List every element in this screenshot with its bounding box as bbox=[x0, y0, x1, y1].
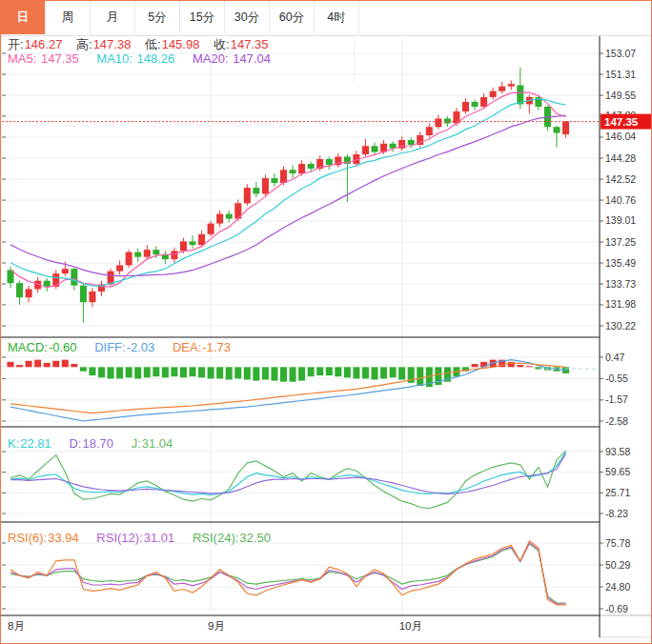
j-readout: J:31.04 bbox=[132, 436, 173, 451]
tab-month[interactable]: 月 bbox=[91, 1, 135, 34]
svg-text:146.04: 146.04 bbox=[605, 131, 636, 142]
svg-text:9月: 9月 bbox=[208, 620, 225, 632]
svg-text:-8.23: -8.23 bbox=[605, 508, 628, 519]
svg-text:135.49: 135.49 bbox=[605, 257, 636, 269]
svg-text:8月: 8月 bbox=[8, 620, 25, 632]
svg-text:-0.55: -0.55 bbox=[605, 372, 628, 384]
ohlc-open: 开:146.27 bbox=[8, 37, 62, 51]
timeframe-tabbar: 日 周 月 5分 15分 30分 60分 4时 bbox=[1, 1, 651, 36]
svg-text:130.22: 130.22 bbox=[605, 320, 636, 332]
d-readout: D:18.70 bbox=[69, 436, 113, 451]
ohlc-high: 高:147.38 bbox=[76, 37, 131, 51]
svg-text:50.29: 50.29 bbox=[605, 559, 630, 571]
svg-text:75.78: 75.78 bbox=[605, 537, 630, 549]
diff-readout: DIFF:-2.03 bbox=[94, 340, 154, 354]
kdj-header: K:22.81 D:18.70 J:31.04 bbox=[8, 436, 187, 451]
ma5-readout: MA5: 147.35 bbox=[8, 51, 79, 66]
svg-text:25.71: 25.71 bbox=[605, 487, 630, 498]
ma-line: MA5: 147.35 MA10: 148.26 MA20: 147.04 bbox=[8, 51, 285, 66]
tab-4hour[interactable]: 4时 bbox=[315, 1, 359, 34]
dea-readout: DEA:-1.73 bbox=[173, 340, 231, 354]
chart-canvas[interactable]: 153.07151.31149.55147.80146.04144.28142.… bbox=[1, 1, 652, 644]
ohlc-close: 收:147.35 bbox=[214, 37, 268, 51]
svg-text:137.25: 137.25 bbox=[605, 236, 636, 248]
svg-text:93.58: 93.58 bbox=[605, 446, 630, 457]
macd-readout: MACD:-0.60 bbox=[8, 340, 77, 354]
tab-day[interactable]: 日 bbox=[1, 1, 46, 34]
svg-text:24.80: 24.80 bbox=[605, 581, 630, 593]
kline-chart-widget: 日 周 月 5分 15分 30分 60分 4时 153.07151.31149.… bbox=[0, 0, 652, 644]
svg-text:140.76: 140.76 bbox=[605, 194, 636, 206]
tab-15min[interactable]: 15分 bbox=[180, 1, 225, 34]
svg-text:-1.57: -1.57 bbox=[605, 393, 628, 405]
svg-text:142.52: 142.52 bbox=[605, 173, 636, 185]
svg-text:147.35: 147.35 bbox=[604, 116, 639, 128]
svg-text:10月: 10月 bbox=[399, 620, 422, 632]
ma10-readout: MA10: 148.26 bbox=[96, 51, 174, 66]
tab-week[interactable]: 周 bbox=[46, 1, 91, 34]
svg-text:-0.69: -0.69 bbox=[605, 603, 628, 614]
ohlc-low: 低:145.98 bbox=[145, 37, 199, 51]
tab-60min[interactable]: 60分 bbox=[270, 1, 315, 34]
k-readout: K:22.81 bbox=[8, 436, 51, 451]
tab-30min[interactable]: 30分 bbox=[225, 1, 270, 34]
svg-text:144.28: 144.28 bbox=[605, 152, 636, 164]
rsi-header: RSI(6):33.94 RSI(12):31.01 RSI(24):32.50 bbox=[8, 531, 285, 545]
svg-text:151.31: 151.31 bbox=[605, 69, 636, 80]
macd-header: MACD:-0.60 DIFF:-2.03 DEA:-1.73 bbox=[8, 340, 245, 354]
rsi24-readout: RSI(24):32.50 bbox=[193, 531, 271, 545]
svg-text:0.47: 0.47 bbox=[605, 352, 625, 363]
svg-text:133.73: 133.73 bbox=[605, 278, 636, 290]
svg-text:149.55: 149.55 bbox=[605, 90, 636, 101]
svg-text:139.01: 139.01 bbox=[605, 214, 636, 226]
svg-text:-2.58: -2.58 bbox=[605, 415, 628, 427]
svg-text:59.65: 59.65 bbox=[605, 466, 630, 477]
svg-text:153.07: 153.07 bbox=[605, 48, 636, 59]
tab-5min[interactable]: 5分 bbox=[135, 1, 180, 34]
rsi6-readout: RSI(6):33.94 bbox=[8, 531, 79, 545]
svg-text:131.98: 131.98 bbox=[605, 298, 636, 310]
rsi12-readout: RSI(12):31.01 bbox=[96, 531, 174, 545]
ma20-readout: MA20: 147.04 bbox=[193, 51, 271, 66]
